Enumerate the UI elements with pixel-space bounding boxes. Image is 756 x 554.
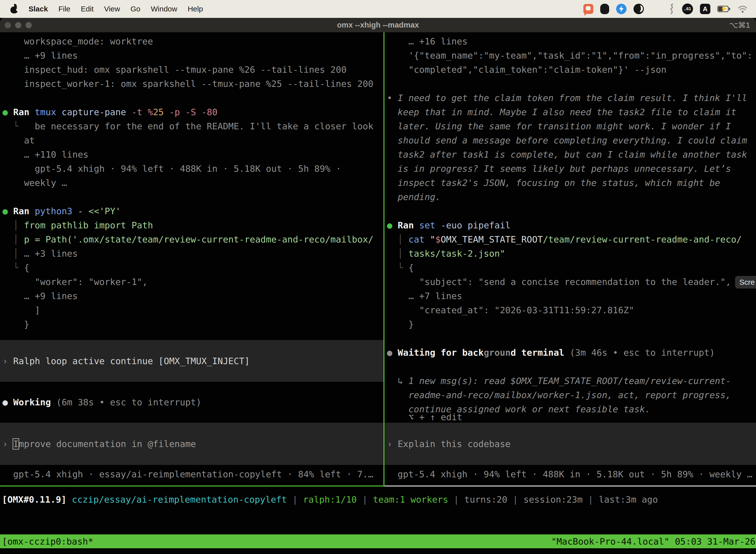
bolt-badge-icon[interactable] [616,4,627,14]
text-segment: later. Using the same for transition mig… [387,121,731,131]
terminal-line: … +9 lines [2,289,383,303]
text-segment: ] [2,305,40,315]
terminal-line: … +7 lines [387,289,756,303]
text-segment: is in progress? It seems likely but perh… [387,164,731,174]
text-segment: weekly … [2,178,67,188]
window-shortcut-hint: ⌥⌘1 [729,20,750,30]
badge-61-icon[interactable]: ..61 [682,3,693,14]
text-segment: ralph:1/10 [303,494,362,505]
terminal-line: workspace_mode: worktree [2,34,383,48]
terminal-line: ● Ran tmux capture-pane -t %25 -p -S -80 [2,105,383,119]
terminal-line: "created_at": "2026-03-31T11:59:27.816Z" [387,303,756,317]
text-segment: session:23m [523,494,588,505]
right-session-status: gpt-5.4 xhigh · 94% left · 488K in · 5.1… [384,467,756,481]
text-segment: cczip/essay/ai-reimplementation-copyleft [72,494,293,505]
text-segment: last:3m ago [599,494,658,505]
text-segment: " [430,234,435,244]
terminal-line: │ … +3 lines [2,246,383,261]
terminal-line: } [387,317,756,331]
text-segment: team:1 workers [373,494,454,505]
terminal-line [2,91,383,105]
text-segment: p = Path('.omx/state/team/review-current… [24,234,374,244]
text-segment: ↳ [387,376,408,386]
menu-item-file[interactable]: File [53,5,75,13]
text-segment: Ran [397,220,419,230]
left-pane[interactable]: workspace_mode: worktree … +9 lines insp… [0,32,383,487]
text-segment: (6m 38s • esc to interrupt) [56,397,201,407]
chat-bubble-icon[interactable] [583,4,593,14]
text-segment: | [588,494,599,505]
text-segment: … +9 lines [2,50,78,61]
terminal-line: weekly … [2,176,383,190]
menu-item-go[interactable]: Go [125,5,145,13]
apple-menu-icon[interactable] [10,4,18,13]
text-segment: cat [408,234,430,244]
text-segment: ● [2,397,13,407]
terminal-line: at [2,133,383,148]
queued-message-text: Ralph loop active continue [OMX_TMUX_INJ… [13,356,250,366]
terminal-line: "subject": "send a concise recommendatio… [387,275,756,289]
text-segment: │ [2,220,24,230]
terminal-line: inspect_hud: omx sparkshell --tmux-pane … [2,63,383,77]
terminal-line: │ cat "$OMX_TEAM_STATE_ROOT/team/review-… [387,232,756,246]
prompt-icon: › [0,439,13,449]
left-input-placeholder: mprove documentation in @filename [19,439,196,449]
text-segment: -euo pipefail [441,220,511,230]
terminal-line: │ tasks/task-2.json" [387,246,756,261]
text-segment: <<'PY' [88,206,121,216]
tmux-session-label: [omx-cczip0:bash* [0,536,93,547]
text-segment: OMX_TEAM_STATE_ROOT [441,234,543,244]
text-segment: readme-and-reco/mailbox/worker-1.json, a… [387,390,731,400]
right-input-placeholder: Explain this codebase [397,439,510,449]
menu-item-help[interactable]: Help [183,5,208,13]
menu-item-window[interactable]: Window [145,5,183,13]
terminal-line: ● Ran set -euo pipefail [387,218,756,232]
left-input-box[interactable]: › Improve documentation in @filename [0,423,383,465]
tmux-status-bar: [omx-cczip0:bash* "MacBook-Pro-44.local"… [0,535,756,548]
keypad-shield-icon[interactable] [600,4,609,14]
wifi-icon[interactable] [738,5,748,13]
text-segment: inspect_worker-1: omx sparkshell --tmux-… [2,79,374,89]
menu-item-slack[interactable]: Slack [23,5,53,13]
battery-icon[interactable]: ⚡ [717,6,731,12]
text-segment: } [387,319,414,329]
terminal-line: task2 after task1 is complete, but can I… [387,148,756,162]
text-segment: I need to get the claim token from the c… [397,93,747,103]
text-segment: Working [13,397,56,407]
text-segment: └ [2,263,24,273]
crescent-circle-icon[interactable] [633,4,644,14]
terminal-line: } [2,317,383,331]
terminal-line: │ from pathlib import Path [2,218,383,232]
right-pane[interactable]: … +16 lines '{"team_name":"my-team","tas… [384,32,756,487]
text-segment: % [147,107,153,117]
terminal-line: "worker": "worker-1", [2,275,383,289]
terminal-line: ● Waiting for background terminal (3m 46… [387,345,756,359]
menu-item-edit[interactable]: Edit [76,5,99,13]
text-segment: inspect task2's JSON, focusing on the st… [387,178,720,188]
text-segment: /team/review-current-readme-and-reco/ [543,234,742,244]
terminal-line: later. Using the same for transition mig… [387,119,756,133]
text-segment: be necessary for the end of the README. … [35,121,373,131]
menu-item-view[interactable]: View [99,5,125,13]
badge-61-label: ..61 [684,6,691,11]
letter-a-icon[interactable]: A [700,4,710,14]
terminal-line [387,331,756,345]
edit-hint: ⌥ + ↑ edit [384,410,756,424]
text-segment: ● [387,347,397,358]
text-segment: │ [387,234,408,244]
right-input-box[interactable]: › Explain this codebase [384,423,756,465]
text-segment: - [78,206,88,216]
menu-items: SlackFileEditViewGoWindowHelp [23,5,208,13]
dots-grid-icon[interactable] [651,4,661,14]
terminal-line: │ p = Path('.omx/state/team/review-curre… [2,232,383,246]
squiggle-icon[interactable] [668,3,675,14]
terminal-line: ↳ 1 new msg(s): read $OMX_TEAM_STATE_ROO… [387,374,756,388]
text-segment: "created_at": "2026-03-31T11:59:27.816Z" [387,305,634,315]
terminal-line: gpt-5.4 xhigh · 94% left · 488K in · 5.1… [2,162,383,176]
text-segment: '{"team_name":"my-team","task_id":"1","f… [387,50,753,61]
text-segment: "completed","claim_token":"claim-token"}… [387,64,667,75]
left-pane-border [0,486,383,487]
text-segment: $ [435,234,441,244]
terminal-line [387,359,756,374]
text-segment: workspace_mode: worktree [2,36,153,46]
